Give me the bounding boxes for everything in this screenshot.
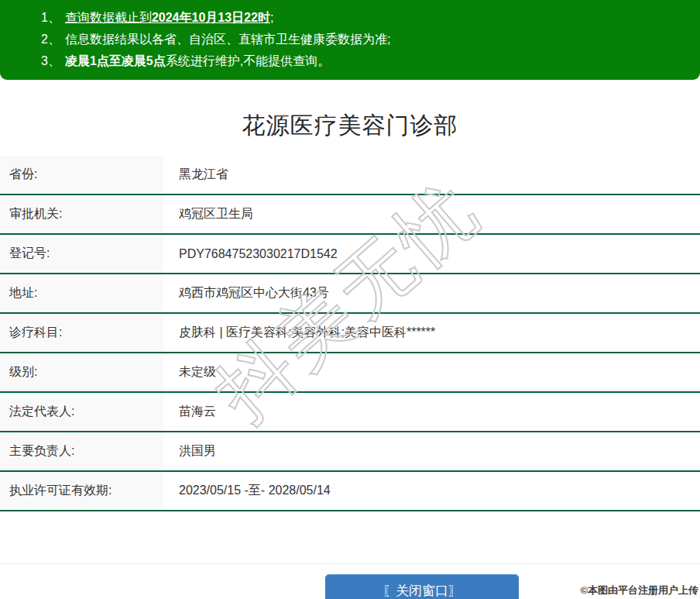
notice-line-2: 2、信息数据结果以各省、自治区、直辖市卫生健康委数据为准;	[0, 29, 700, 50]
row-value: 鸡西市鸡冠区中心大街43号	[163, 274, 700, 313]
row-value: PDY76847523030217D1542	[163, 234, 700, 274]
row-label: 法定代表人:	[0, 392, 163, 432]
notice-text: 系统进行维护,不能提供查询。	[166, 54, 330, 67]
row-label: 登记号:	[0, 234, 163, 274]
institution-detail-table: 省份: 黑龙江省 审批机关: 鸡冠区卫生局 登记号: PDY7684752303…	[0, 156, 700, 511]
table-row-person-in-charge: 主要负责人: 洪国男	[0, 432, 700, 471]
row-value: 鸡冠区卫生局	[163, 195, 700, 234]
notice-line-1: 1、查询数据截止到2024年10月13日22时;	[0, 7, 700, 29]
notice-number: 1、	[41, 11, 60, 24]
footer-divider	[0, 563, 700, 564]
row-value: 2023/05/15 -至- 2028/05/14	[163, 471, 700, 511]
row-label: 省份:	[0, 156, 163, 195]
row-value: 皮肤科 | 医疗美容科;美容外科;美容中医科******	[163, 313, 700, 353]
notice-number: 2、	[41, 33, 60, 46]
table-row-legal-representative: 法定代表人: 苗海云	[0, 392, 700, 432]
table-row-level: 级别: 未定级	[0, 353, 700, 392]
row-label: 审批机关:	[0, 195, 163, 234]
close-window-button[interactable]: 〖关闭窗口〗	[325, 574, 519, 599]
notice-text: 信息数据结果以各省、自治区、直辖市卫生健康委数据为准;	[65, 33, 390, 46]
row-label: 地址:	[0, 274, 163, 313]
notice-punctuation: ;	[270, 11, 273, 24]
query-result-page: 1、查询数据截止到2024年10月13日22时; 2、信息数据结果以各省、自治区…	[0, 0, 700, 599]
table-row-province: 省份: 黑龙江省	[0, 156, 700, 195]
row-value: 黑龙江省	[163, 156, 700, 195]
row-label: 主要负责人:	[0, 432, 163, 471]
table-row-license-validity: 执业许可证有效期: 2023/05/15 -至- 2028/05/14	[0, 471, 700, 511]
notice-banner: 1、查询数据截止到2024年10月13日22时; 2、信息数据结果以各省、自治区…	[0, 0, 700, 80]
table-row-address: 地址: 鸡西市鸡冠区中心大街43号	[0, 274, 700, 313]
row-label: 诊疗科目:	[0, 313, 163, 353]
row-value: 洪国男	[163, 432, 700, 471]
row-value: 未定级	[163, 353, 700, 392]
row-label: 执业许可证有效期:	[0, 471, 163, 511]
row-label: 级别:	[0, 353, 163, 392]
notice-number: 3、	[41, 54, 60, 67]
notice-deadline-date: 2024年10月13日22时	[152, 11, 270, 24]
notice-maintenance-hours: 凌晨1点至凌晨5点	[65, 54, 166, 67]
upload-credit-watermark: ©本图由平台注册用户上传	[580, 584, 698, 597]
table-row-medical-departments: 诊疗科目: 皮肤科 | 医疗美容科;美容外科;美容中医科******	[0, 313, 700, 353]
notice-text: 查询数据截止到	[65, 11, 152, 24]
institution-name-title: 花源医疗美容门诊部	[0, 111, 700, 140]
row-value: 苗海云	[163, 392, 700, 432]
table-row-approval-authority: 审批机关: 鸡冠区卫生局	[0, 195, 700, 234]
table-row-registration-number: 登记号: PDY76847523030217D1542	[0, 234, 700, 274]
notice-line-3: 3、凌晨1点至凌晨5点系统进行维护,不能提供查询。	[0, 50, 700, 72]
